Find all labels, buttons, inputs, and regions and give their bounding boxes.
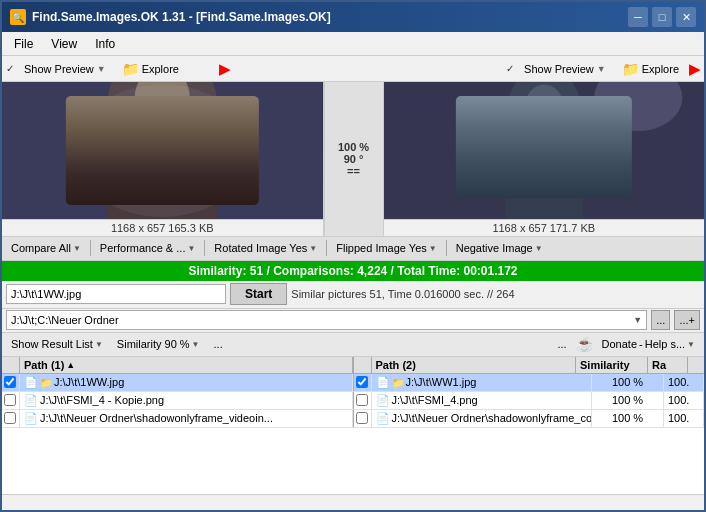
menu-file[interactable]: File <box>6 35 41 53</box>
row3-check-right[interactable] <box>354 410 372 427</box>
menu-view[interactable]: View <box>43 35 85 53</box>
svg-point-6 <box>174 146 205 181</box>
compare-all-arrow: ▼ <box>73 244 81 253</box>
negative-image-btn[interactable]: Negative Image ▼ <box>451 241 548 255</box>
search-path-input[interactable] <box>6 284 226 304</box>
image-placeholder-right <box>384 82 705 219</box>
table-header-left: Path (1) ▲ <box>2 357 354 373</box>
row1-ra-text: 100. <box>668 376 689 388</box>
performance-arrow: ▼ <box>187 244 195 253</box>
row3-check-left[interactable] <box>2 410 20 427</box>
rotated-image-label: Rotated Image Yes <box>214 242 307 254</box>
explore-left-label: Explore <box>142 63 179 75</box>
rotated-image-btn[interactable]: Rotated Image Yes ▼ <box>209 241 322 255</box>
svg-point-9 <box>505 82 582 175</box>
file-icon-3r: 📄 <box>376 412 390 425</box>
row1-check-right[interactable] <box>354 374 372 391</box>
path-combo[interactable]: J:\J\t;C:\Neuer Ordner ▼ <box>6 310 647 330</box>
title-bar: 🔍 Find.Same.Images.OK 1.31 - [Find.Same.… <box>2 2 704 32</box>
dots-btn-1[interactable]: ... <box>209 337 228 351</box>
sep-3 <box>326 240 327 256</box>
row3-ra: 100. <box>664 410 704 427</box>
horizontal-scrollbar[interactable] <box>2 494 704 510</box>
th-sort-arrow: ▲ <box>66 360 75 370</box>
table-row[interactable]: 📄 📁 J:\J\t\1WW.jpg 📄 📁 J:\J\t\WW1.jpg 10… <box>2 374 704 392</box>
sep-4 <box>446 240 447 256</box>
table-row[interactable]: 📄 J:\J\t\Neuer Ordner\shadowonlyframe_vi… <box>2 410 704 428</box>
menu-info[interactable]: Info <box>87 35 123 53</box>
performance-btn[interactable]: Performance & ... ▼ <box>95 241 201 255</box>
equals-display: == <box>347 165 360 177</box>
show-preview-left[interactable]: Show Preview ▼ <box>18 61 112 77</box>
coffee-icon: ☕ <box>576 336 593 352</box>
similarity-bar: Similarity: 51 / Comparisons: 4,224 / To… <box>2 261 704 281</box>
path-add-btn[interactable]: ...+ <box>674 310 700 330</box>
row2-path-right-text: J:\J\t\FSMI_4.png <box>392 394 478 406</box>
table-rows-container: 📄 📁 J:\J\t\1WW.jpg 📄 📁 J:\J\t\WW1.jpg 10… <box>2 374 704 495</box>
th-similarity[interactable]: Similarity <box>576 357 648 373</box>
degrees-display: 90 ° <box>344 153 364 165</box>
show-result-list-btn[interactable]: Show Result List ▼ <box>6 337 108 351</box>
performance-label: Performance & ... <box>100 242 186 254</box>
explore-right[interactable]: 📁 Explore <box>616 59 685 79</box>
donate-arrow: ▼ <box>687 340 695 349</box>
maximize-button[interactable]: □ <box>652 7 672 27</box>
table-area: Path (1) ▲ Path (2) Similarity Ra <box>2 357 704 511</box>
compare-all-label: Compare All <box>11 242 71 254</box>
dots-2-label: ... <box>557 338 566 350</box>
th-ra[interactable]: Ra <box>648 357 688 373</box>
rotated-arrow: ▼ <box>309 244 317 253</box>
folder-icon-1r: 📁 <box>392 377 404 388</box>
red-arrow-left: ▶ <box>219 61 230 77</box>
explore-left[interactable]: 📁 Explore <box>116 59 185 79</box>
th-sim-label: Similarity <box>580 359 630 371</box>
th-path-right[interactable]: Path (2) <box>372 357 577 373</box>
similarity-filter-btn[interactable]: Similarity 90 % ▼ <box>112 337 205 351</box>
row3-path-left-text: J:\J\t\Neuer Ordner\shadowonlyframe_vide… <box>40 412 273 424</box>
table-row[interactable]: 📄 J:\J\t\FSMI_4 - Kopie.png 📄 J:\J\t\FSM… <box>2 392 704 410</box>
red-arrow-right: ▶ <box>689 61 700 77</box>
table-header: Path (1) ▲ Path (2) Similarity Ra <box>2 357 704 374</box>
minimize-button[interactable]: ─ <box>628 7 648 27</box>
negative-image-label: Negative Image <box>456 242 533 254</box>
donate-btn[interactable]: Donate - Help s... ▼ <box>597 337 700 351</box>
th-path2-label: Path (2) <box>376 359 416 371</box>
folder-icon-2: 📁 <box>622 61 639 77</box>
file-icon-2l: 📄 <box>24 394 38 407</box>
center-info-panel: 100 % 90 ° == <box>324 82 384 236</box>
preview-section: 1168 x 657 165.3 KB 100 % 90 ° == <box>2 82 704 237</box>
row2-check-left[interactable] <box>2 392 20 409</box>
th-checkbox-left <box>2 357 20 373</box>
app-icon: 🔍 <box>10 9 26 25</box>
start-button[interactable]: Start <box>230 283 287 305</box>
dots-btn-2[interactable]: ... <box>552 337 571 351</box>
sim-filter-arrow: ▼ <box>192 340 200 349</box>
row2-ra-text: 100. <box>668 394 689 406</box>
row2-sim-text: 100 % <box>612 394 643 406</box>
svg-rect-4 <box>124 125 201 191</box>
image-area-right <box>384 82 705 219</box>
row1-right: 📄 📁 J:\J\t\WW1.jpg 100 % 100. <box>354 374 705 391</box>
image-svg-left <box>2 82 323 219</box>
row1-path-right: 📄 📁 J:\J\t\WW1.jpg <box>372 374 593 391</box>
similar-info-text: Similar pictures 51, Time 0.016000 sec. … <box>291 288 514 300</box>
image-svg-right <box>384 82 705 219</box>
title-bar-left: 🔍 Find.Same.Images.OK 1.31 - [Find.Same.… <box>10 9 331 25</box>
show-preview-right[interactable]: Show Preview ▼ <box>518 61 612 77</box>
svg-point-5 <box>168 140 212 189</box>
compare-all-btn[interactable]: Compare All ▼ <box>6 241 86 255</box>
preview-pane-left: 1168 x 657 165.3 KB <box>2 82 324 236</box>
row1-check-left[interactable] <box>2 374 20 391</box>
row1-ra: 100. <box>664 374 704 391</box>
th-path-left[interactable]: Path (1) ▲ <box>20 357 353 373</box>
row2-check-right[interactable] <box>354 392 372 409</box>
flipped-arrow: ▼ <box>429 244 437 253</box>
row3-path-left: 📄 J:\J\t\Neuer Ordner\shadowonlyframe_vi… <box>20 410 353 427</box>
row2-path-left: 📄 J:\J\t\FSMI_4 - Kopie.png <box>20 392 353 409</box>
svg-rect-0 <box>2 82 323 219</box>
path-browse-btn[interactable]: ... <box>651 310 670 330</box>
flipped-image-btn[interactable]: Flipped Image Yes ▼ <box>331 241 441 255</box>
row2-sim: 100 % <box>592 392 664 409</box>
search-bar: Start Similar pictures 51, Time 0.016000… <box>2 281 704 309</box>
close-button[interactable]: ✕ <box>676 7 696 27</box>
